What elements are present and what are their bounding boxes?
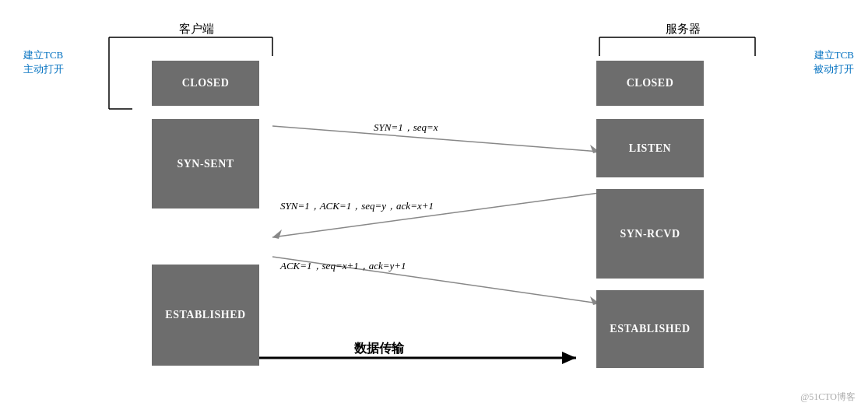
ack-label: ACK=1，seq=x+1，ack=y+1: [280, 259, 406, 273]
server-listen-box: LISTEN: [596, 119, 704, 177]
server-syn-rcvd-box: SYN-RCVD: [596, 189, 704, 279]
client-closed-box: CLOSED: [152, 61, 259, 106]
syn-label: SYN=1，seq=x: [374, 121, 438, 135]
diagram-svg: [0, 0, 868, 410]
watermark: @51CTO博客: [800, 391, 856, 404]
client-syn-sent-box: SYN-SENT: [152, 119, 259, 209]
server-note1: 建立TCB: [814, 48, 854, 62]
client-note2: 主动打开: [23, 62, 64, 76]
server-label: 服务器: [666, 22, 701, 37]
client-label: 客户端: [179, 22, 214, 37]
diagram-container: 客户端 服务器 建立TCB 主动打开 建立TCB 被动打开 CLOSED SYN…: [0, 0, 868, 410]
svg-marker-16: [562, 352, 576, 364]
client-note1: 建立TCB: [23, 48, 63, 62]
client-established-box: ESTABLISHED: [152, 265, 259, 366]
server-note2: 被动打开: [814, 62, 854, 76]
server-closed-box: CLOSED: [596, 61, 704, 106]
data-transfer-label: 数据传输: [354, 341, 404, 357]
server-established-box: ESTABLISHED: [596, 290, 704, 368]
svg-marker-11: [272, 230, 282, 239]
syn-ack-label: SYN=1，ACK=1，seq=y，ack=x+1: [280, 199, 434, 213]
